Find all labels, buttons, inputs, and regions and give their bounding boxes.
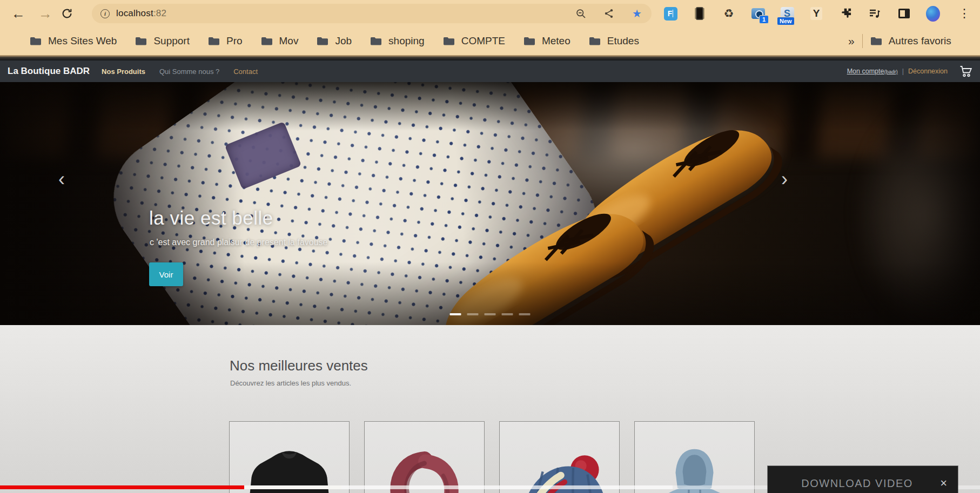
logout-link[interactable]: Déconnexion: [908, 67, 948, 75]
folder-icon: [370, 36, 382, 46]
bookmark-item[interactable]: Job: [317, 35, 352, 47]
bookmark-item[interactable]: Support: [135, 35, 190, 47]
bookmark-item[interactable]: Mes Sites Web: [30, 35, 117, 47]
bookmark-item[interactable]: Pro: [208, 35, 243, 47]
bookmarks-divider: [862, 34, 863, 48]
bookmark-label: Support: [153, 35, 190, 47]
folder-icon: [30, 36, 42, 46]
carousel-next-icon[interactable]: ›: [781, 170, 788, 189]
bookmark-label: Mov: [279, 35, 299, 47]
voir-button[interactable]: Voir: [149, 262, 183, 286]
fonts-extension-icon[interactable]: F: [663, 6, 677, 21]
bookmark-item[interactable]: Meteo: [523, 35, 570, 47]
product-card-blue-beanie[interactable]: [499, 421, 620, 493]
bestsellers-heading: Nos meilleures ventes: [230, 357, 368, 374]
new-badge: New: [777, 17, 795, 25]
bookmarks-list: Mes Sites Web Support Pro Mov Job shopin…: [30, 35, 639, 47]
hero-vignette: [0, 82, 980, 325]
bookmark-label: Mes Sites Web: [48, 35, 117, 47]
folder-icon: [443, 36, 455, 46]
folder-icon: [135, 36, 147, 46]
hero-carousel: la vie est belle c 'est avec grand plais…: [0, 82, 980, 325]
zoom-out-icon[interactable]: [575, 8, 587, 19]
url-host: localhost: [116, 8, 153, 18]
browser-toolbar: ← → i localhost:82 ★ F ♻ 1 SNew Y ⋮: [0, 0, 980, 27]
extensions-puzzle-icon[interactable]: [838, 6, 853, 21]
slide-indicator[interactable]: [450, 313, 461, 315]
bookmark-item[interactable]: Etudes: [589, 35, 639, 47]
product-image-denim-jacket: [647, 436, 742, 493]
bookmark-label: Etudes: [607, 35, 639, 47]
hero-subtitle: c 'est avec grand plaisur de present la …: [150, 238, 327, 247]
folder-icon: [317, 36, 328, 46]
bookmarks-bar: Mes Sites Web Support Pro Mov Job shopin…: [0, 27, 980, 55]
y-extension-icon[interactable]: Y: [809, 6, 823, 21]
my-account-link[interactable]: Mon compte(badr): [847, 67, 898, 75]
site-info-icon[interactable]: i: [100, 9, 110, 18]
share-icon[interactable]: [603, 8, 615, 19]
product-card-black-sweater[interactable]: [229, 421, 350, 493]
browser-menu-icon[interactable]: ⋮: [955, 6, 974, 21]
window-content-edge: [0, 55, 980, 60]
carousel-prev-icon[interactable]: ‹: [58, 170, 65, 189]
forward-icon[interactable]: →: [35, 3, 56, 24]
site-brand[interactable]: La Boutique BADR: [8, 66, 90, 77]
s-extension-icon[interactable]: SNew: [780, 6, 794, 21]
slide-indicators: [450, 313, 531, 315]
nav-contact[interactable]: Contact: [233, 67, 258, 76]
bestsellers-subheading: Découvrez les articles les plus vendus.: [230, 379, 351, 387]
site-nav: Nos Produits Qui Somme nous ? Contact: [102, 67, 258, 76]
reload-icon[interactable]: [56, 3, 78, 24]
folder-icon: [523, 36, 535, 46]
url-port: :82: [153, 8, 166, 18]
phone-extension-icon[interactable]: [693, 6, 707, 21]
nav-qui-sommes-nous[interactable]: Qui Somme nous ?: [159, 67, 219, 76]
recycle-extension-icon[interactable]: ♻: [722, 6, 736, 21]
folder-icon: [870, 36, 882, 46]
capture-extension-icon[interactable]: 1: [751, 6, 765, 21]
site-header: La Boutique BADR Nos Produits Qui Somme …: [0, 60, 980, 82]
product-image-blue-beanie: [509, 436, 609, 493]
bookmark-star-icon[interactable]: ★: [631, 8, 643, 19]
other-bookmarks[interactable]: Autres favoris: [870, 35, 951, 47]
capture-badge: 1: [759, 15, 769, 24]
download-video-button[interactable]: DOWNLOAD VIDEO: [778, 477, 936, 490]
nav-nos-produits[interactable]: Nos Produits: [102, 67, 145, 76]
video-progress-track: [341, 485, 673, 489]
folder-icon: [261, 36, 273, 46]
account-username: (badr): [884, 69, 897, 75]
slide-indicator[interactable]: [519, 313, 531, 315]
bookmark-label: shoping: [388, 35, 425, 47]
url-text: localhost:82: [116, 8, 166, 19]
slide-indicator[interactable]: [502, 313, 513, 315]
bookmark-label: COMPTE: [461, 35, 505, 47]
extensions-row: F ♻ 1 SNew Y ⋮: [663, 0, 974, 27]
account-area: Mon compte(badr) | Déconnexion: [847, 65, 972, 77]
bookmark-label: Meteo: [542, 35, 570, 47]
folder-icon: [589, 36, 601, 46]
cart-icon[interactable]: [959, 65, 972, 77]
slide-indicator[interactable]: [485, 313, 496, 315]
bookmark-label: Job: [335, 35, 352, 47]
account-divider: |: [902, 67, 904, 75]
slide-indicator[interactable]: [467, 313, 479, 315]
download-video-banner: DOWNLOAD VIDEO ×: [768, 466, 958, 493]
bookmark-item[interactable]: COMPTE: [443, 35, 505, 47]
bookmarks-right: » Autres favoris: [848, 27, 951, 55]
product-image-red-scarf: [377, 436, 472, 493]
video-progress-buffered: [244, 485, 341, 489]
url-bar[interactable]: i localhost:82 ★: [92, 4, 652, 23]
profile-avatar[interactable]: [926, 6, 940, 21]
bookmark-item[interactable]: shoping: [370, 35, 425, 47]
bookmark-item[interactable]: Mov: [261, 35, 299, 47]
product-card-denim-jacket[interactable]: [634, 421, 755, 493]
playlist-icon[interactable]: [868, 6, 882, 21]
product-card-red-scarf[interactable]: [364, 421, 485, 493]
folder-icon: [208, 36, 220, 46]
bookmarks-overflow-icon[interactable]: »: [848, 35, 855, 48]
product-image-black-sweater: [242, 436, 337, 493]
close-icon[interactable]: ×: [940, 476, 947, 490]
bookmark-label: Pro: [226, 35, 243, 47]
back-icon[interactable]: ←: [8, 3, 29, 24]
side-panel-icon[interactable]: [897, 6, 911, 21]
